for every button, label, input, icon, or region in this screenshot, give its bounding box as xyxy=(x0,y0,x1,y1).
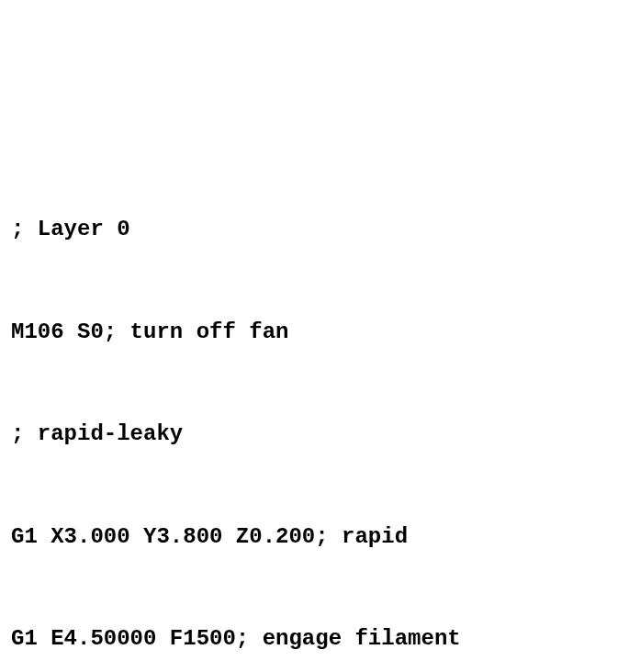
code-text: ; rapid-leaky xyxy=(11,421,183,446)
gcode-text-block: ; Layer 0 M106 S0; turn off fan ; rapid-… xyxy=(11,144,618,672)
code-text: G1 E4.50000 F1500; engage filament xyxy=(11,626,461,651)
code-line: ; rapid-leaky xyxy=(11,417,618,451)
code-line: G1 X3.000 Y3.800 Z0.200; rapid xyxy=(11,520,618,554)
code-text: ; Layer 0 xyxy=(11,217,130,241)
code-line: G1 E4.50000 F1500; engage filament xyxy=(11,622,618,655)
code-line: ; Layer 0 xyxy=(11,212,618,246)
code-text: M106 S0; turn off fan xyxy=(11,319,288,344)
code-line: M106 S0; turn off fan xyxy=(11,315,618,349)
code-text: G1 X3.000 Y3.800 Z0.200; rapid xyxy=(11,524,408,549)
